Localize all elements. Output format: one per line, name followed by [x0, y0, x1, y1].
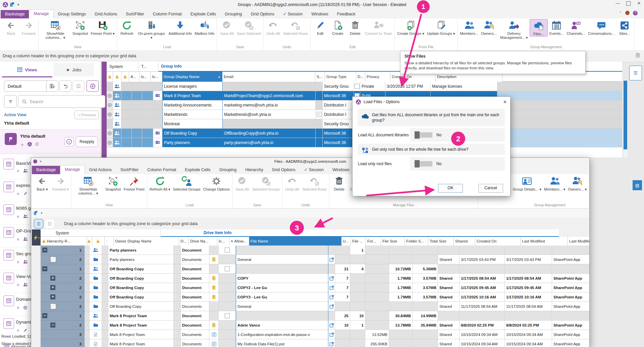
expand-icon[interactable]: +: [50, 294, 55, 299]
collapse-icon[interactable]: −: [50, 323, 55, 328]
ribbon-button-convert-to-team[interactable]: Convert to Team: [364, 19, 394, 36]
column-header--[interactable]: :: [105, 237, 114, 246]
view-selector-dropdown[interactable]: Default⌄: [4, 80, 52, 92]
search-input[interactable]: Search: [18, 95, 105, 108]
column-header-group-display-name[interactable]: Group Display Name▲: [162, 72, 222, 82]
ribbon-button-members-[interactable]: Members...: [459, 19, 480, 36]
file-row[interactable]: −1Party plannersDocument:1: [41, 246, 559, 255]
column-header-ic-[interactable]: Ic...: [217, 237, 229, 246]
star-icon[interactable]: ★: [16, 260, 20, 265]
filter-button[interactable]: [4, 95, 17, 108]
expand-icon[interactable]: +: [50, 285, 55, 290]
ribbon-button-delete[interactable]: Delete: [346, 19, 364, 36]
ribbon-button-create[interactable]: Create: [329, 19, 346, 36]
column-header-a-[interactable]: A...: [129, 72, 140, 82]
file-row[interactable]: 2Party plannersDocumentsGeneralShared3/1…: [41, 255, 559, 264]
quick-access-dropdown-icon[interactable]: ▼: [17, 3, 20, 6]
window-stack-icon[interactable]: [34, 211, 38, 215]
ribbon-button-save-all[interactable]: Save All: [233, 175, 251, 192]
scrollbar-thumb[interactable]: [624, 81, 627, 149]
minimize-button[interactable]: —: [614, 1, 622, 6]
ribbon-button-delivery-management-[interactable]: Delivery Management... ▾: [498, 19, 530, 40]
column-header-is-[interactable]: Is...: [140, 72, 151, 82]
ribbon-button-save-selected[interactable]: Save Selected: [235, 19, 262, 36]
main-tab-backstage[interactable]: Backstage: [1, 10, 29, 18]
file-row[interactable]: −2Mark 8 Project TeamDocument:Adele Vanc…: [41, 321, 559, 330]
view-mode-compact-button[interactable]: ☷: [45, 219, 54, 228]
edit-columns-button[interactable]: [46, 80, 58, 92]
ribbon-button-owners-[interactable]: Owners...: [480, 19, 498, 36]
column-header-last-modified[interactable]: Last Modified: [521, 237, 568, 246]
active-view-card[interactable]: Ytria default★Reapply: [0, 129, 101, 154]
collapse-icon[interactable]: −: [42, 248, 47, 253]
help-icon[interactable]: ?: [633, 11, 638, 15]
files-tab-backstage[interactable]: Backstage: [32, 166, 60, 174]
view-icon[interactable]: [625, 11, 630, 15]
column-header-owner-display-name[interactable]: Owner Display Name: [114, 237, 179, 246]
ribbon-button-sites-[interactable]: Sites...: [616, 19, 633, 36]
collapse-icon[interactable]: −: [42, 266, 47, 271]
file-row[interactable]: 2Off Boarding CopyDocumentsGeneralShared…: [41, 302, 559, 311]
star-icon[interactable]: ★: [16, 191, 20, 196]
ribbon-button-freeze-point[interactable]: Freeze Point: [122, 175, 146, 192]
files-tab-hierarchy[interactable]: Hierarchy: [241, 166, 268, 174]
vertical-scrollbar[interactable]: [623, 80, 629, 158]
file-row[interactable]: +2Off Boarding CopyDocument:COPY71.79MB3…: [41, 274, 559, 283]
column-header-fol-[interactable]: Fol...: [366, 237, 381, 246]
quick-access-dropdown-icon[interactable]: ▼: [39, 160, 42, 163]
column-header-lock[interactable]: [87, 237, 92, 246]
files-tab-sort-filter[interactable]: Sort/Filter: [116, 166, 143, 174]
column-header-u-[interactable]: U...: [341, 237, 351, 246]
view-mode-list-button[interactable]: ☰: [34, 219, 43, 228]
main-tab-grid-actions[interactable]: Grid Actions: [90, 10, 121, 18]
previous-button[interactable]: ◁Previous: [74, 111, 99, 119]
column-header-lock[interactable]: [92, 237, 105, 246]
refresh-view-icon[interactable]: [35, 142, 39, 147]
ribbon-button-forward-[interactable]: Forward ▾: [51, 175, 70, 192]
ribbon-button-group-details-[interactable]: Group Details... ▾: [512, 175, 543, 192]
main-tab-windows[interactable]: Windows: [307, 10, 333, 18]
files-tab-column-format[interactable]: Column Format: [143, 166, 180, 174]
column-header-created-on[interactable]: Created On: [475, 237, 521, 246]
load-root-files-toggle[interactable]: [415, 160, 432, 167]
main-tab-group-settings[interactable]: Group Settings: [54, 10, 90, 18]
ribbon-button-refresh[interactable]: Refresh: [118, 19, 136, 36]
ribbon-button-selected-rows[interactable]: Selected Rows: [282, 19, 309, 36]
files-grouping-zone[interactable]: ☰ ☷ Drag a column header to this groupin…: [31, 217, 589, 230]
main-tab-grid-options[interactable]: Grid Options: [247, 10, 279, 18]
column-header-file-[interactable]: File ...: [351, 237, 366, 246]
ribbon-button-additional-info[interactable]: Additional Info: [167, 19, 193, 36]
main-tab-column-format[interactable]: Column Format: [149, 10, 186, 18]
ribbon-button-on-prem-groups-[interactable]: On-prem groups ▾: [136, 19, 167, 40]
ribbon-button-mailbox-info[interactable]: Mailbox Info: [193, 19, 216, 36]
file-row[interactable]: 3Mark 8 Project TeamDocumentsMy Outlook …: [41, 339, 559, 347]
ribbon-button-snapshot[interactable]: Snapshot: [71, 19, 89, 36]
ribbon-button-selected-groups[interactable]: Selected Groups: [251, 175, 281, 192]
ribbon-button-channels-[interactable]: Channels...: [565, 19, 587, 36]
column-header-drive-na-[interactable]: Drive Na...: [189, 237, 217, 246]
ribbon-button-members-[interactable]: Members... ▾: [543, 175, 567, 192]
column-header-folder-s-[interactable]: Folder S...: [405, 237, 428, 246]
ribbon-button-events-[interactable]: Events...: [548, 19, 565, 36]
column-header-o-[interactable]: O...: [179, 237, 189, 246]
main-tab-session[interactable]: ✓ Session: [279, 10, 307, 18]
ribbon-button-owners-[interactable]: Owners... ▾: [567, 175, 588, 192]
mini-toolbar-dropdown-icon[interactable]: ▼: [40, 212, 43, 215]
dialog-close-icon[interactable]: ✕: [503, 99, 507, 105]
column-header-d-[interactable]: D...: [356, 72, 365, 82]
files-tab-windows[interactable]: Windows: [328, 166, 354, 174]
sidebar-tab-jobs[interactable]: ➤Jobs: [54, 63, 94, 76]
ribbon-button-back[interactable]: Back: [2, 19, 20, 36]
star-icon[interactable]: ★: [16, 237, 20, 242]
file-row[interactable]: +2Off Boarding CopyDocument:COPY3 - Lee …: [41, 292, 559, 302]
panel-expand-button[interactable]: ▤: [633, 180, 642, 190]
files-tab-explode-cells[interactable]: Explode Cells: [180, 166, 215, 174]
files-tab-grouping[interactable]: Grouping: [215, 166, 241, 174]
collapse-ribbon-icon[interactable]: ⌃: [619, 11, 622, 15]
maximize-button[interactable]: [626, 1, 631, 6]
column-header-is-[interactable]: Is...: [151, 72, 162, 82]
ribbon-button-undo-all[interactable]: Undo All: [264, 19, 282, 36]
main-tab-sort-filter[interactable]: Sort/Filter: [121, 10, 148, 18]
trash-icon[interactable]: [635, 52, 641, 59]
side-panel-toggle[interactable]: ☰: [629, 66, 642, 80]
